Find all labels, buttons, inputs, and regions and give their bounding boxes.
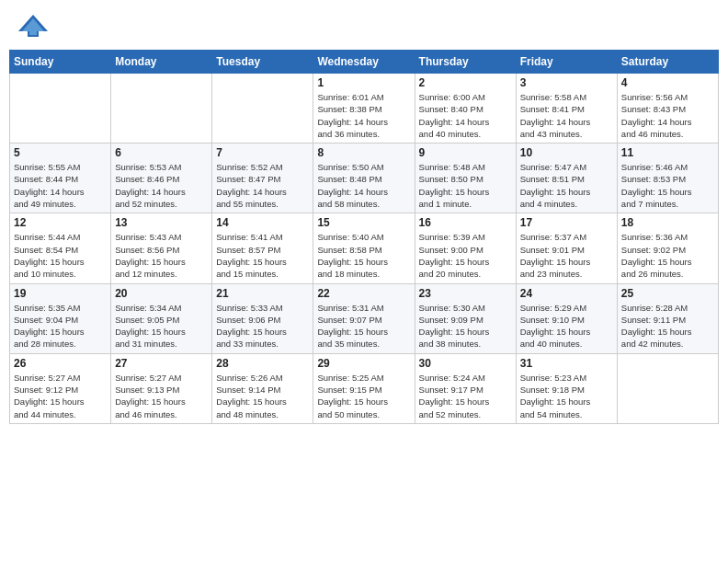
calendar-week-row: 26Sunrise: 5:27 AM Sunset: 9:12 PM Dayli… <box>10 353 719 423</box>
day-info: Sunrise: 5:48 AM Sunset: 8:50 PM Dayligh… <box>419 161 512 210</box>
calendar-cell <box>617 353 718 423</box>
day-number: 14 <box>216 216 309 229</box>
day-number: 28 <box>216 357 309 370</box>
calendar-cell: 11Sunrise: 5:46 AM Sunset: 8:53 PM Dayli… <box>617 144 718 213</box>
day-info: Sunrise: 5:27 AM Sunset: 9:13 PM Dayligh… <box>115 372 208 420</box>
calendar-cell <box>212 74 313 144</box>
day-number: 7 <box>216 146 309 159</box>
day-info: Sunrise: 5:28 AM Sunset: 9:11 PM Dayligh… <box>621 302 714 350</box>
calendar-cell: 21Sunrise: 5:33 AM Sunset: 9:06 PM Dayli… <box>212 283 313 353</box>
day-number: 26 <box>14 357 107 370</box>
calendar-cell: 13Sunrise: 5:43 AM Sunset: 8:56 PM Dayli… <box>111 213 212 283</box>
day-number: 23 <box>419 287 512 300</box>
calendar-cell: 26Sunrise: 5:27 AM Sunset: 9:12 PM Dayli… <box>10 353 111 423</box>
day-info: Sunrise: 5:31 AM Sunset: 9:07 PM Dayligh… <box>317 302 410 350</box>
weekday-header-wednesday: Wednesday <box>313 51 415 74</box>
day-info: Sunrise: 5:47 AM Sunset: 8:51 PM Dayligh… <box>520 161 613 210</box>
calendar-cell: 20Sunrise: 5:34 AM Sunset: 9:05 PM Dayli… <box>111 283 212 353</box>
calendar-cell: 18Sunrise: 5:36 AM Sunset: 9:02 PM Dayli… <box>617 213 718 283</box>
day-info: Sunrise: 6:00 AM Sunset: 8:40 PM Dayligh… <box>419 91 512 140</box>
day-number: 31 <box>520 357 613 370</box>
logo <box>17 13 51 39</box>
day-info: Sunrise: 5:37 AM Sunset: 9:01 PM Dayligh… <box>520 231 613 280</box>
day-number: 22 <box>317 287 410 300</box>
day-info: Sunrise: 5:40 AM Sunset: 8:58 PM Dayligh… <box>317 231 410 280</box>
day-number: 6 <box>115 146 208 159</box>
calendar-cell: 7Sunrise: 5:52 AM Sunset: 8:47 PM Daylig… <box>212 144 313 213</box>
day-info: Sunrise: 5:52 AM Sunset: 8:47 PM Dayligh… <box>216 161 309 210</box>
day-info: Sunrise: 5:24 AM Sunset: 9:17 PM Dayligh… <box>419 372 512 420</box>
calendar-week-row: 1Sunrise: 6:01 AM Sunset: 8:38 PM Daylig… <box>10 74 719 144</box>
day-info: Sunrise: 5:25 AM Sunset: 9:15 PM Dayligh… <box>317 372 410 420</box>
day-number: 30 <box>419 357 512 370</box>
weekday-header-sunday: Sunday <box>10 51 111 74</box>
page-header <box>9 9 719 42</box>
calendar-cell: 3Sunrise: 5:58 AM Sunset: 8:41 PM Daylig… <box>516 74 617 144</box>
calendar-cell <box>111 74 212 144</box>
logo-icon <box>17 13 50 39</box>
weekday-header-thursday: Thursday <box>415 51 516 74</box>
calendar-cell: 19Sunrise: 5:35 AM Sunset: 9:04 PM Dayli… <box>10 283 111 353</box>
calendar-cell: 9Sunrise: 5:48 AM Sunset: 8:50 PM Daylig… <box>415 144 516 213</box>
day-number: 8 <box>317 146 410 159</box>
day-info: Sunrise: 6:01 AM Sunset: 8:38 PM Dayligh… <box>317 91 410 140</box>
calendar-cell: 12Sunrise: 5:44 AM Sunset: 8:54 PM Dayli… <box>10 213 111 283</box>
calendar-cell: 24Sunrise: 5:29 AM Sunset: 9:10 PM Dayli… <box>516 283 617 353</box>
day-number: 29 <box>317 357 410 370</box>
day-number: 13 <box>115 216 208 229</box>
day-info: Sunrise: 5:53 AM Sunset: 8:46 PM Dayligh… <box>115 161 208 210</box>
calendar-cell: 28Sunrise: 5:26 AM Sunset: 9:14 PM Dayli… <box>212 353 313 423</box>
weekday-header-monday: Monday <box>111 51 212 74</box>
calendar-cell: 30Sunrise: 5:24 AM Sunset: 9:17 PM Dayli… <box>415 353 516 423</box>
calendar-cell: 5Sunrise: 5:55 AM Sunset: 8:44 PM Daylig… <box>10 144 111 213</box>
day-info: Sunrise: 5:50 AM Sunset: 8:48 PM Dayligh… <box>317 161 410 210</box>
day-info: Sunrise: 5:41 AM Sunset: 8:57 PM Dayligh… <box>216 231 309 280</box>
calendar-cell: 6Sunrise: 5:53 AM Sunset: 8:46 PM Daylig… <box>111 144 212 213</box>
calendar-table: SundayMondayTuesdayWednesdayThursdayFrid… <box>9 50 719 424</box>
day-number: 9 <box>419 146 512 159</box>
calendar-cell: 16Sunrise: 5:39 AM Sunset: 9:00 PM Dayli… <box>415 213 516 283</box>
weekday-header-saturday: Saturday <box>617 51 718 74</box>
day-info: Sunrise: 5:39 AM Sunset: 9:00 PM Dayligh… <box>419 231 512 280</box>
calendar-cell: 25Sunrise: 5:28 AM Sunset: 9:11 PM Dayli… <box>617 283 718 353</box>
calendar-cell: 31Sunrise: 5:23 AM Sunset: 9:18 PM Dayli… <box>516 353 617 423</box>
calendar-cell: 27Sunrise: 5:27 AM Sunset: 9:13 PM Dayli… <box>111 353 212 423</box>
weekday-header-row: SundayMondayTuesdayWednesdayThursdayFrid… <box>10 51 719 74</box>
day-number: 1 <box>317 76 410 89</box>
day-info: Sunrise: 5:27 AM Sunset: 9:12 PM Dayligh… <box>14 372 107 420</box>
day-number: 20 <box>115 287 208 300</box>
day-info: Sunrise: 5:36 AM Sunset: 9:02 PM Dayligh… <box>621 231 714 280</box>
day-number: 15 <box>317 216 410 229</box>
day-info: Sunrise: 5:44 AM Sunset: 8:54 PM Dayligh… <box>14 231 107 280</box>
day-number: 18 <box>621 216 714 229</box>
day-number: 16 <box>419 216 512 229</box>
calendar-cell: 10Sunrise: 5:47 AM Sunset: 8:51 PM Dayli… <box>516 144 617 213</box>
day-info: Sunrise: 5:55 AM Sunset: 8:44 PM Dayligh… <box>14 161 107 210</box>
day-info: Sunrise: 5:33 AM Sunset: 9:06 PM Dayligh… <box>216 302 309 350</box>
weekday-header-friday: Friday <box>516 51 617 74</box>
calendar-cell: 17Sunrise: 5:37 AM Sunset: 9:01 PM Dayli… <box>516 213 617 283</box>
day-number: 5 <box>14 146 107 159</box>
day-number: 24 <box>520 287 613 300</box>
day-info: Sunrise: 5:26 AM Sunset: 9:14 PM Dayligh… <box>216 372 309 420</box>
calendar-cell: 14Sunrise: 5:41 AM Sunset: 8:57 PM Dayli… <box>212 213 313 283</box>
calendar-cell: 29Sunrise: 5:25 AM Sunset: 9:15 PM Dayli… <box>313 353 415 423</box>
calendar-cell: 15Sunrise: 5:40 AM Sunset: 8:58 PM Dayli… <box>313 213 415 283</box>
day-info: Sunrise: 5:46 AM Sunset: 8:53 PM Dayligh… <box>621 161 714 210</box>
day-info: Sunrise: 5:35 AM Sunset: 9:04 PM Dayligh… <box>14 302 107 350</box>
day-number: 12 <box>14 216 107 229</box>
day-number: 25 <box>621 287 714 300</box>
calendar-cell: 22Sunrise: 5:31 AM Sunset: 9:07 PM Dayli… <box>313 283 415 353</box>
calendar-week-row: 12Sunrise: 5:44 AM Sunset: 8:54 PM Dayli… <box>10 213 719 283</box>
day-number: 3 <box>520 76 613 89</box>
day-info: Sunrise: 5:58 AM Sunset: 8:41 PM Dayligh… <box>520 91 613 140</box>
day-info: Sunrise: 5:30 AM Sunset: 9:09 PM Dayligh… <box>419 302 512 350</box>
calendar-cell: 8Sunrise: 5:50 AM Sunset: 8:48 PM Daylig… <box>313 144 415 213</box>
day-number: 4 <box>621 76 714 89</box>
day-number: 17 <box>520 216 613 229</box>
calendar-cell: 4Sunrise: 5:56 AM Sunset: 8:43 PM Daylig… <box>617 74 718 144</box>
day-number: 10 <box>520 146 613 159</box>
day-number: 27 <box>115 357 208 370</box>
calendar-cell: 1Sunrise: 6:01 AM Sunset: 8:38 PM Daylig… <box>313 74 415 144</box>
calendar-cell: 23Sunrise: 5:30 AM Sunset: 9:09 PM Dayli… <box>415 283 516 353</box>
